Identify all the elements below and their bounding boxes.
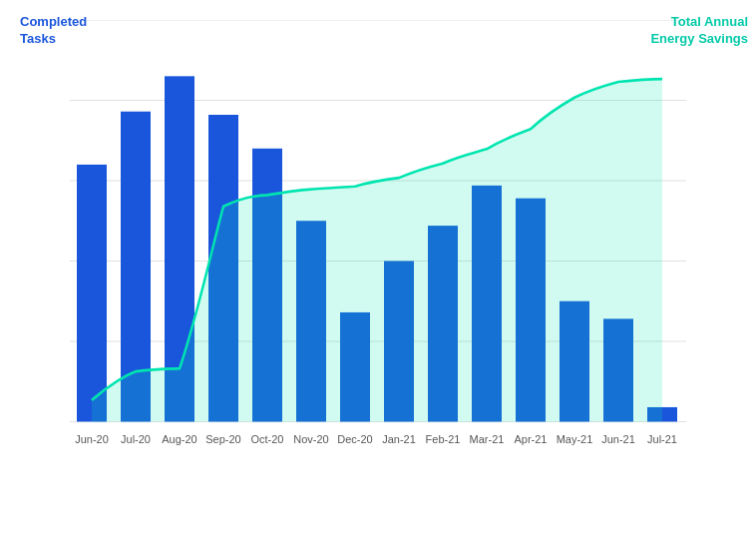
svg-text:Aug-20: Aug-20 — [162, 432, 196, 444]
svg-text:Jul-20: Jul-20 — [121, 432, 151, 444]
svg-text:Mar-21: Mar-21 — [470, 432, 505, 444]
svg-text:Feb-21: Feb-21 — [426, 432, 461, 444]
y-axis-left-label: CompletedTasks — [20, 14, 87, 48]
svg-text:Jan-21: Jan-21 — [382, 432, 416, 444]
y-axis-right-label: Total AnnualEnergy Savings — [650, 14, 748, 48]
svg-text:Jul-21: Jul-21 — [647, 432, 677, 444]
chart-container: CompletedTasks Total AnnualEnergy Saving… — [0, 0, 756, 545]
svg-text:May-21: May-21 — [557, 432, 593, 444]
svg-text:Apr-21: Apr-21 — [515, 432, 548, 444]
svg-text:Oct-20: Oct-20 — [251, 432, 284, 444]
svg-text:Sep-20: Sep-20 — [205, 432, 240, 444]
svg-text:Jun-20: Jun-20 — [75, 432, 109, 444]
chart-svg: 0 50 100 150 200 250 $0 $200,000 $400,00… — [70, 20, 686, 485]
svg-text:Nov-20: Nov-20 — [293, 432, 328, 444]
bar-jun20 — [77, 165, 107, 422]
svg-text:Jun-21: Jun-21 — [601, 432, 635, 444]
svg-text:Dec-20: Dec-20 — [337, 432, 372, 444]
